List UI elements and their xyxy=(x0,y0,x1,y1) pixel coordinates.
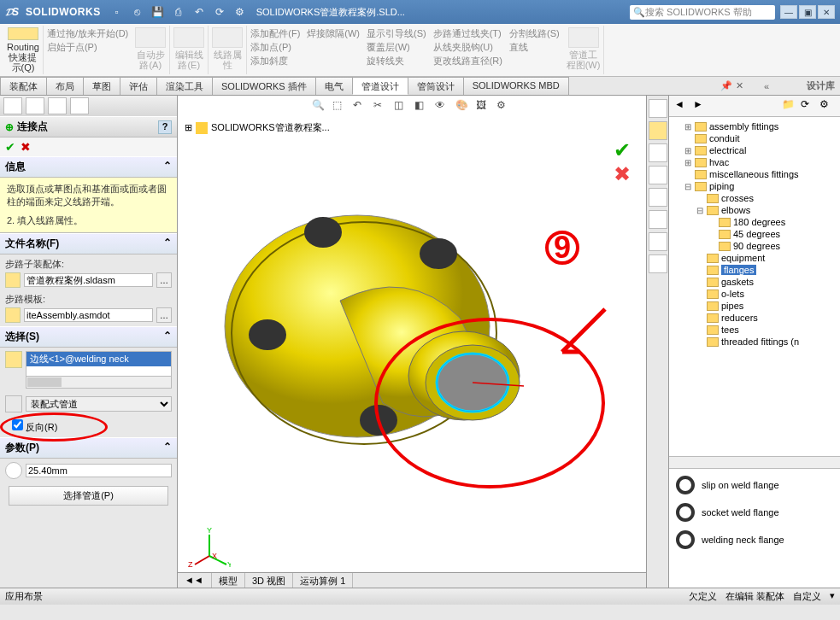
back-icon[interactable]: ◄ xyxy=(674,98,690,114)
zoom-area-icon[interactable]: ⬚ xyxy=(332,99,348,114)
forum-tab-icon[interactable] xyxy=(649,232,667,251)
tree-node-180-degrees[interactable]: 180 degrees xyxy=(671,216,838,228)
corner-cancel-button[interactable]: ✖ xyxy=(614,162,631,186)
select-header[interactable]: 选择(S)⌃ xyxy=(0,326,177,348)
pm-ok-button[interactable]: ✔ xyxy=(5,140,15,154)
tab-sketch[interactable]: 草图 xyxy=(83,77,120,95)
graphics-viewport[interactable]: 🔍 ⬚ ↶ ✂ ◫ ◧ 👁 🎨 🖼 ⚙ ⊞ SOLIDWORKS管道教程案...… xyxy=(178,96,647,588)
expander-icon[interactable]: ⊞ xyxy=(683,146,692,155)
tree-node-electrical[interactable]: ⊞electrical xyxy=(671,144,838,156)
tree-node-90-degrees[interactable]: 90 degrees xyxy=(671,240,838,252)
info-header[interactable]: 信息⌃ xyxy=(0,156,177,178)
expand-tree-icon[interactable]: ⊞ xyxy=(185,122,192,133)
preview-item-socket[interactable]: socket weld flange xyxy=(676,503,833,522)
library-tree[interactable]: ⊞assembly fittingsconduit⊞electrical⊞hva… xyxy=(669,117,840,456)
tab-tubing[interactable]: 管筒设计 xyxy=(408,77,464,95)
undo-icon[interactable]: ↶ xyxy=(191,4,207,20)
add-location-icon[interactable]: 📁 xyxy=(782,98,797,114)
design-library-tab-icon[interactable] xyxy=(649,121,667,140)
rebuild-icon[interactable]: ⟳ xyxy=(212,4,227,20)
diameter-input[interactable] xyxy=(26,464,172,477)
dimxpert-tab[interactable] xyxy=(70,97,89,114)
start-at-point[interactable]: 启始于点(P) xyxy=(47,41,128,54)
start-drag-drop[interactable]: 通过拖/放来开始(D) xyxy=(47,27,128,40)
appearances-tab-icon[interactable] xyxy=(649,188,667,207)
collapse-file-icon[interactable]: ⌃ xyxy=(163,237,172,251)
tab-piping[interactable]: 管道设计 xyxy=(352,77,408,95)
param-header[interactable]: 参数(P)⌃ xyxy=(0,437,177,459)
split-route[interactable]: 分割线路(S) xyxy=(509,27,560,40)
tree-node-piping[interactable]: ⊟piping xyxy=(671,180,838,192)
view-palette-tab-icon[interactable] xyxy=(649,166,667,184)
help-search[interactable]: 🔍 搜索 SOLIDWORKS 帮助 xyxy=(630,5,775,20)
tree-node-reducers[interactable]: reducers xyxy=(671,312,838,324)
display-style-icon[interactable]: ◧ xyxy=(414,99,430,114)
custom-props-tab-icon[interactable] xyxy=(649,210,667,229)
hide-show-icon[interactable]: 👁 xyxy=(435,99,450,114)
apply-scene-icon[interactable]: 🖼 xyxy=(476,99,491,114)
expander-icon[interactable]: ⊞ xyxy=(683,158,692,167)
expander-icon[interactable]: ⊟ xyxy=(683,182,692,191)
open-icon[interactable]: ⎋ xyxy=(130,4,145,20)
filename-header[interactable]: 文件名称(F)⌃ xyxy=(0,233,177,254)
minimize-button[interactable]: ― xyxy=(780,5,797,19)
print-icon[interactable]: ⎙ xyxy=(171,4,186,20)
expander-icon[interactable]: ⊞ xyxy=(683,122,692,132)
tree-node-flanges[interactable]: flanges xyxy=(671,264,838,276)
vtab-scroll-left[interactable]: ◄◄ xyxy=(178,573,212,588)
tree-node-tees[interactable]: tees xyxy=(671,324,838,336)
edit-appearance-icon[interactable]: 🎨 xyxy=(455,99,471,114)
selection-item[interactable]: 边线<1>@welding neck xyxy=(26,352,171,366)
select-pipe-button[interactable]: 选择管道(P) xyxy=(9,486,168,506)
routeprops-group[interactable]: 线路属 性 xyxy=(209,26,247,74)
rotate-clip[interactable]: 旋转线夹 xyxy=(367,55,426,67)
corner-ok-button[interactable]: ✔ xyxy=(614,138,631,162)
pin-icon[interactable]: 📌 xyxy=(720,80,732,91)
view-settings-icon[interactable]: ⚙ xyxy=(496,99,512,114)
property-manager-tab[interactable] xyxy=(26,97,44,114)
tab-layout[interactable]: 布局 xyxy=(46,77,84,95)
collapse-select-icon[interactable]: ⌃ xyxy=(163,330,172,344)
tab-electrical[interactable]: 电气 xyxy=(315,77,353,95)
tree-node-45-degrees[interactable]: 45 degrees xyxy=(671,228,838,240)
browse-template-button[interactable]: … xyxy=(156,307,172,323)
route-type-select[interactable]: 装配式管道 xyxy=(26,396,172,412)
flange-model[interactable] xyxy=(212,147,588,523)
restore-button[interactable]: ▣ xyxy=(799,5,816,19)
unhook-clip[interactable]: 从线夹脱钩(U) xyxy=(433,41,502,54)
tree-h-scrollbar[interactable] xyxy=(669,456,840,468)
pipe-drawing-group[interactable]: 管道工 程图(W) xyxy=(563,26,605,74)
tree-node-crosses[interactable]: crosses xyxy=(671,192,838,204)
tab-assembly[interactable]: 装配体 xyxy=(0,77,47,95)
tree-node-gaskets[interactable]: gaskets xyxy=(671,276,838,288)
selection-scrollbar[interactable] xyxy=(26,377,172,389)
show-guidelines[interactable]: 显示引导线(S) xyxy=(367,27,426,40)
flyout-tree[interactable]: ⊞ SOLIDWORKS管道教程案... xyxy=(185,121,330,134)
vtab-model[interactable]: 模型 xyxy=(212,573,245,588)
save-icon[interactable]: 💾 xyxy=(150,4,166,20)
file-explorer-tab-icon[interactable] xyxy=(649,143,667,162)
tree-node-threaded-fittings-(n[interactable]: threaded fittings (n xyxy=(671,336,838,348)
tree-node-miscellaneous-fittings[interactable]: miscellaneous fittings xyxy=(671,168,838,180)
tree-node-o-lets[interactable]: o-lets xyxy=(671,288,838,300)
status-custom[interactable]: 自定义 xyxy=(793,590,821,603)
routing-quicktips-group[interactable]: Routing 快速提 示(Q) xyxy=(3,26,44,74)
tree-node-equipment[interactable]: equipment xyxy=(671,252,838,264)
selection-list[interactable]: 边线<1>@welding neck xyxy=(26,351,172,377)
tree-node-assembly-fittings[interactable]: ⊞assembly fittings xyxy=(671,120,838,132)
vtab-motion[interactable]: 运动算例 1 xyxy=(293,573,353,588)
tab-mbd[interactable]: SOLIDWORKS MBD xyxy=(463,77,569,95)
expander-icon[interactable]: ⊟ xyxy=(695,206,704,215)
collapse-info-icon[interactable]: ⌃ xyxy=(163,160,172,174)
close-button[interactable]: ✕ xyxy=(818,5,835,19)
close-tab-icon[interactable]: ✕ xyxy=(736,80,743,91)
vtab-3dview[interactable]: 3D 视图 xyxy=(245,573,293,588)
route-through-clip[interactable]: 步路通过线夹(T) xyxy=(433,27,502,40)
lib-config-icon[interactable]: ⚙ xyxy=(819,98,835,114)
subassembly-input[interactable] xyxy=(24,273,153,287)
view-triad[interactable]: Y Y Z X xyxy=(188,526,231,570)
reverse-checkbox[interactable] xyxy=(12,419,23,430)
covering[interactable]: 覆盖层(W) xyxy=(367,41,426,54)
tree-node-elbows[interactable]: ⊟elbows xyxy=(671,204,838,216)
view-orientation-icon[interactable]: ◫ xyxy=(394,99,409,114)
